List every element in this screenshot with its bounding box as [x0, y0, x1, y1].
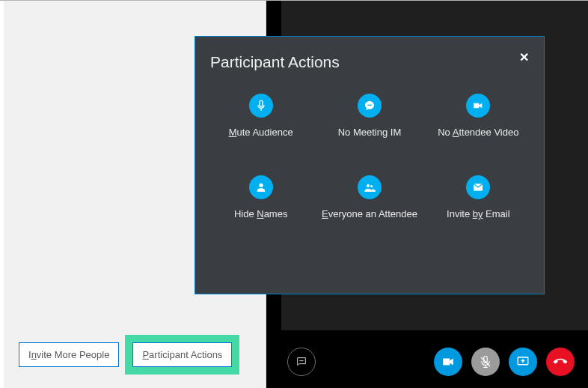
label-post: vite More People	[37, 349, 110, 360]
group-icon	[358, 175, 382, 199]
mic-muted-button[interactable]	[471, 348, 500, 376]
everyone-attendee-action[interactable]: Everyone an Attendee	[319, 175, 420, 219]
video-toggle-button[interactable]	[434, 348, 462, 376]
no-meeting-im-action[interactable]: No Meeting IM	[319, 94, 420, 138]
phone-icon	[551, 352, 569, 371]
popover-title: Participant Actions	[210, 53, 529, 71]
label-ul: P	[142, 349, 149, 360]
hide-names-action[interactable]: Hide Names	[210, 175, 311, 219]
action-label: Mute Audience	[229, 127, 293, 138]
video-icon	[441, 355, 455, 369]
email-icon	[466, 175, 490, 199]
svg-point-4	[259, 184, 263, 187]
chat-button[interactable]	[287, 348, 316, 376]
action-label: No Attendee Video	[438, 127, 518, 138]
app-root: Invite More People Participant Actions	[0, 0, 588, 388]
share-screen-button[interactable]	[509, 348, 537, 376]
label-post: articipant Actions	[149, 349, 222, 360]
call-controls	[266, 336, 588, 388]
svg-rect-3	[367, 105, 371, 106]
svg-point-5	[367, 184, 370, 187]
video-icon	[466, 94, 490, 118]
no-attendee-video-action[interactable]: No Attendee Video	[428, 94, 529, 138]
mic-off-icon	[479, 355, 492, 369]
invite-more-people-button[interactable]: Invite More People	[19, 342, 119, 367]
label-ul: n	[31, 349, 37, 360]
svg-point-6	[370, 185, 373, 187]
mic-icon	[249, 94, 273, 118]
action-grid: Mute Audience No Meeting IM No Attendee …	[210, 94, 529, 219]
action-label: Hide Names	[234, 208, 288, 219]
present-icon	[516, 355, 530, 369]
mute-audience-action[interactable]: Mute Audience	[210, 94, 311, 138]
hang-up-button[interactable]	[546, 348, 575, 376]
tutorial-highlight: Participant Actions	[125, 335, 239, 375]
participant-actions-button[interactable]: Participant Actions	[132, 342, 232, 367]
chat-icon	[295, 356, 307, 368]
close-icon: ✕	[519, 51, 529, 64]
invite-by-email-action[interactable]: Invite by Email	[428, 175, 529, 219]
person-icon	[249, 175, 273, 199]
participant-actions-popover: ✕ Participant Actions Mute Audience No M…	[195, 36, 545, 294]
close-button[interactable]: ✕	[519, 50, 529, 64]
chat-bubble-icon	[358, 94, 382, 118]
action-label: Invite by Email	[447, 208, 510, 219]
left-panel-toolbar: Invite More People Participant Actions	[19, 335, 239, 375]
action-label: Everyone an Attendee	[322, 208, 417, 219]
action-label: No Meeting IM	[338, 127, 402, 138]
